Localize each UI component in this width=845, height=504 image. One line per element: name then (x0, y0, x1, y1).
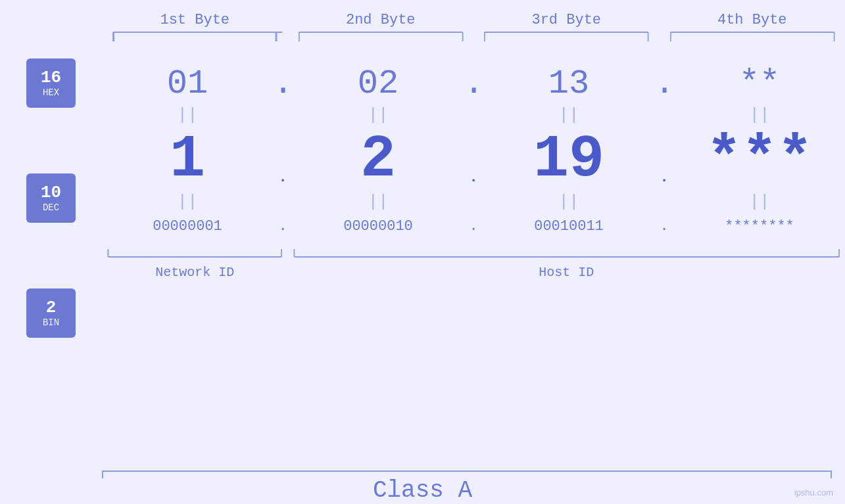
byte3-header: 3rd Byte (473, 12, 660, 28)
class-bracket-line (102, 470, 832, 472)
bracket2 (293, 31, 469, 45)
hex-values-row: 01 . 02 . 13 . ** (102, 45, 845, 103)
hex-byte1: 01 (102, 45, 273, 103)
byte1-header: 1st Byte (102, 12, 288, 28)
bracket1 (107, 31, 283, 45)
bin-byte1: 00000001 (102, 214, 273, 235)
dec-base: DEC (43, 202, 59, 213)
hex-dot3: . (654, 47, 674, 101)
byte4-header: 4th Byte (660, 12, 846, 28)
header-row: 1st Byte 2nd Byte 3rd Byte 4th Byte (0, 12, 845, 28)
bin-dot1: . (273, 216, 293, 234)
dec-number: 10 (41, 183, 61, 202)
bin-number: 2 (46, 298, 57, 317)
eq1-b2: || (293, 103, 464, 127)
eq2-b2: || (293, 189, 464, 214)
data-columns: 01 . 02 . 13 . ** || || || || 1 . (102, 45, 845, 280)
labels-column: 16 HEX 10 DEC 2 BIN (0, 45, 102, 338)
byte2-header: 2nd Byte (288, 12, 474, 28)
dec-byte3: 19 (483, 127, 654, 189)
eq1-b3: || (483, 103, 654, 127)
host-id-label: Host ID (288, 265, 846, 280)
class-bracket-area (0, 470, 845, 472)
bracket3 (479, 31, 654, 45)
bin-dot2: . (464, 216, 483, 234)
eq1-b1: || (102, 103, 273, 127)
bin-label-box: 2 BIN (26, 288, 76, 338)
bin-base: BIN (43, 317, 59, 328)
hex-byte3: 13 (483, 45, 654, 103)
eq2-b3: || (483, 189, 654, 214)
dec-values-row: 1 . 2 . 19 . *** (102, 127, 845, 189)
eq2-b4: || (674, 189, 845, 214)
dec-dot1: . (273, 131, 293, 185)
bin-dot3: . (654, 216, 674, 234)
hex-byte2: 02 (293, 45, 464, 103)
top-bracket-row (0, 31, 845, 45)
eq2-b1: || (102, 189, 273, 214)
hex-dot1: . (273, 47, 293, 101)
dec-label-box: 10 DEC (26, 173, 76, 223)
bracket4 (665, 31, 840, 45)
network-id-label: Network ID (102, 265, 288, 280)
dec-byte4: *** (674, 127, 845, 189)
main-container: 1st Byte 2nd Byte 3rd Byte 4th Byte (0, 0, 845, 504)
bin-byte4: ******** (674, 214, 845, 235)
content-area: 16 HEX 10 DEC 2 BIN 01 . 02 . 13 . ** (0, 45, 845, 467)
watermark: ipshu.com (794, 488, 833, 497)
bin-values-row: 00000001 . 00000010 . 00010011 . *******… (102, 214, 845, 235)
bin-byte3: 00010011 (483, 214, 654, 235)
eq-row-2: || || || || (102, 189, 845, 214)
id-labels: Network ID Host ID (102, 265, 845, 280)
bottom-bracket-container (102, 240, 845, 262)
hex-base: HEX (43, 87, 59, 98)
eq1-b4: || (674, 103, 845, 127)
dec-byte1: 1 (102, 127, 273, 189)
class-a-label: Class A (0, 477, 845, 504)
bin-byte2: 00000010 (293, 214, 464, 235)
hex-label-box: 16 HEX (26, 58, 76, 108)
hex-dot2: . (464, 47, 483, 101)
hex-number: 16 (41, 68, 61, 87)
eq-row-1: || || || || (102, 103, 845, 127)
dec-dot2: . (464, 131, 483, 185)
dec-dot3: . (654, 131, 674, 185)
dec-byte2: 2 (293, 127, 464, 189)
hex-byte4: ** (674, 45, 845, 103)
